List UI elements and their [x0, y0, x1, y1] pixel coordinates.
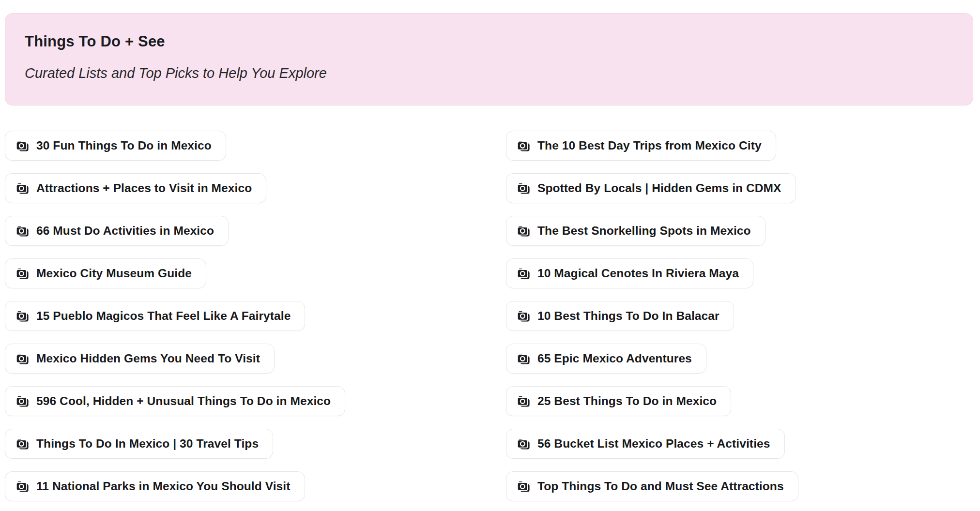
list-link-596-cool-hidden[interactable]: 596 Cool, Hidden + Unusual Things To Do …	[5, 386, 345, 416]
list-link-label: 66 Must Do Activities in Mexico	[36, 224, 214, 238]
list-link-25-best-things[interactable]: 25 Best Things To Do in Mexico	[506, 386, 731, 416]
list-link-label: 30 Fun Things To Do in Mexico	[36, 139, 212, 152]
camera-icon	[16, 395, 29, 407]
list-link-magical-cenotes[interactable]: 10 Magical Cenotes In Riviera Maya	[506, 258, 753, 288]
camera-icon	[517, 225, 530, 237]
list-link-label: 596 Cool, Hidden + Unusual Things To Do …	[36, 394, 331, 408]
list-link-label: 56 Bucket List Mexico Places + Activitie…	[537, 437, 770, 451]
list-link-30-travel-tips[interactable]: Things To Do In Mexico | 30 Travel Tips	[5, 429, 273, 459]
list-link-label: 11 National Parks in Mexico You Should V…	[36, 480, 291, 493]
list-link-label: The Best Snorkelling Spots in Mexico	[537, 224, 751, 238]
list-link-label: Attractions + Places to Visit in Mexico	[36, 181, 252, 195]
list-link-30-fun-things[interactable]: 30 Fun Things To Do in Mexico	[5, 131, 226, 161]
list-link-66-must-do[interactable]: 66 Must Do Activities in Mexico	[5, 216, 229, 246]
list-link-snorkelling-spots[interactable]: The Best Snorkelling Spots in Mexico	[506, 216, 766, 246]
list-link-museum-guide[interactable]: Mexico City Museum Guide	[5, 258, 206, 288]
camera-icon	[16, 353, 29, 365]
camera-icon	[517, 140, 530, 152]
camera-icon	[16, 310, 29, 322]
section-header: Things To Do + See Curated Lists and Top…	[5, 13, 973, 105]
curated-lists-grid: 30 Fun Things To Do in Mexico Attraction…	[5, 131, 798, 501]
camera-icon	[517, 438, 530, 450]
page-subtitle: Curated Lists and Top Picks to Help You …	[25, 65, 953, 81]
list-link-label: 65 Epic Mexico Adventures	[537, 352, 692, 365]
list-link-hidden-gems[interactable]: Mexico Hidden Gems You Need To Visit	[5, 344, 275, 374]
list-link-pueblo-magicos[interactable]: 15 Pueblo Magicos That Feel Like A Fairy…	[5, 301, 305, 331]
list-link-label: Mexico City Museum Guide	[36, 267, 192, 280]
camera-icon	[16, 140, 29, 152]
camera-icon	[16, 268, 29, 280]
camera-icon	[517, 310, 530, 322]
camera-icon	[517, 395, 530, 407]
list-link-top-things-attractions[interactable]: Top Things To Do and Must See Attraction…	[506, 471, 798, 501]
list-link-attractions-places[interactable]: Attractions + Places to Visit in Mexico	[5, 173, 266, 203]
list-link-label: The 10 Best Day Trips from Mexico City	[537, 139, 762, 152]
list-link-label: Spotted By Locals | Hidden Gems in CDMX	[537, 181, 781, 195]
camera-icon	[517, 481, 530, 493]
list-link-label: Things To Do In Mexico | 30 Travel Tips	[36, 437, 259, 451]
list-link-label: 25 Best Things To Do in Mexico	[537, 394, 717, 408]
camera-icon	[517, 182, 530, 195]
camera-icon	[16, 182, 29, 195]
camera-icon	[16, 481, 29, 493]
camera-icon	[517, 268, 530, 280]
list-link-spotted-by-locals[interactable]: Spotted By Locals | Hidden Gems in CDMX	[506, 173, 796, 203]
camera-icon	[16, 225, 29, 237]
page-title: Things To Do + See	[25, 32, 953, 51]
list-link-national-parks[interactable]: 11 National Parks in Mexico You Should V…	[5, 471, 305, 501]
list-link-label: Top Things To Do and Must See Attraction…	[537, 480, 784, 493]
list-link-epic-adventures[interactable]: 65 Epic Mexico Adventures	[506, 344, 706, 374]
list-link-label: 10 Magical Cenotes In Riviera Maya	[537, 267, 739, 280]
list-link-label: 10 Best Things To Do In Balacar	[537, 309, 720, 323]
camera-icon	[16, 438, 29, 450]
list-link-label: 15 Pueblo Magicos That Feel Like A Fairy…	[36, 309, 291, 323]
list-link-balacar[interactable]: 10 Best Things To Do In Balacar	[506, 301, 734, 331]
list-link-label: Mexico Hidden Gems You Need To Visit	[36, 352, 260, 365]
list-link-bucket-list[interactable]: 56 Bucket List Mexico Places + Activitie…	[506, 429, 785, 459]
camera-icon	[517, 353, 530, 365]
list-link-day-trips[interactable]: The 10 Best Day Trips from Mexico City	[506, 131, 776, 161]
